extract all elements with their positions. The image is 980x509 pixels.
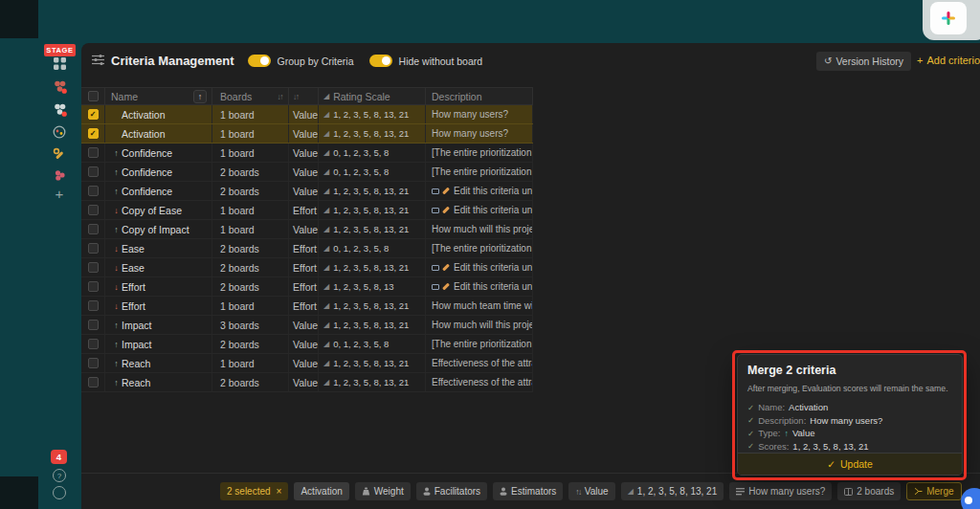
row-checkbox[interactable] bbox=[88, 262, 99, 273]
rating-scale-values: 1, 2, 3, 5, 8, 13, 21 bbox=[333, 300, 409, 311]
check-icon: ✓ bbox=[747, 415, 754, 425]
add-workspace-icon[interactable]: + bbox=[42, 188, 77, 201]
plus-icon: + bbox=[917, 55, 923, 66]
description-text: How much will this projec... bbox=[432, 320, 533, 330]
column-header-name[interactable]: Name ↑ bbox=[105, 88, 212, 104]
table-row[interactable]: ↓ Ease 2 boards Effort ◢ 1, 2, 3, 5, 8, … bbox=[81, 258, 533, 277]
workspace-globe-icon[interactable] bbox=[42, 125, 77, 139]
description-text: How much team time will ... bbox=[432, 300, 533, 311]
column-header-type[interactable]: ↓↑ bbox=[289, 88, 319, 104]
add-criterion-button[interactable]: + Add criterion bbox=[917, 55, 980, 66]
workspace-red-icon[interactable] bbox=[42, 79, 77, 94]
table-row[interactable]: ↓ Effort 1 board Effort ◢ 1, 2, 3, 5, 8,… bbox=[81, 297, 533, 316]
description-text: Effectiveness of the attra... bbox=[432, 358, 533, 368]
select-all-checkbox[interactable] bbox=[88, 91, 99, 101]
criterion-name: Confidence bbox=[122, 186, 172, 197]
criterion-name: Confidence bbox=[122, 147, 172, 159]
type-direction-icon: ↓ bbox=[111, 206, 122, 215]
row-checkbox[interactable] bbox=[88, 205, 99, 215]
rating-scale-values: 0, 1, 2, 3, 5, 8 bbox=[333, 166, 389, 177]
slack-app-icon bbox=[930, 2, 967, 34]
type-sort-icon[interactable]: ↓↑ bbox=[293, 92, 299, 101]
chart-icon: ◢ bbox=[323, 206, 329, 214]
weight-chip[interactable]: Weight bbox=[355, 482, 411, 500]
group-by-criteria-toggle[interactable] bbox=[248, 55, 271, 67]
description-icons bbox=[432, 284, 450, 290]
table-row[interactable]: ↑ Confidence 2 boards Value ◢ 0, 1, 2, 3… bbox=[81, 163, 533, 182]
table-row[interactable]: Activation 1 board Value ◢ 1, 2, 3, 5, 8… bbox=[81, 105, 533, 124]
row-checkbox[interactable] bbox=[88, 243, 99, 254]
selection-toolbar: 2 selected × Activation Weight Facilitat… bbox=[81, 473, 980, 509]
table-row[interactable]: Activation 1 board Value ◢ 1, 2, 3, 5, 8… bbox=[81, 124, 533, 144]
row-checkbox[interactable] bbox=[88, 128, 99, 139]
table-row[interactable]: ↑ Impact 2 boards Value ◢ 0, 1, 2, 3, 5,… bbox=[81, 335, 533, 354]
column-header-rating-scale[interactable]: ◢ Rating Scale bbox=[319, 88, 426, 104]
boards-chip[interactable]: 2 boards bbox=[837, 482, 901, 500]
rating-scale-values: 1, 2, 3, 5, 8, 13, 21 bbox=[333, 358, 409, 368]
chart-icon: ◢ bbox=[323, 340, 329, 348]
chart-icon: ◢ bbox=[323, 263, 329, 272]
dialog-title: Merge 2 criteria bbox=[747, 364, 952, 377]
boards-count: 2 boards bbox=[220, 262, 259, 274]
criterion-name: Activation bbox=[122, 128, 166, 140]
version-history-button[interactable]: ↺ Version History bbox=[816, 52, 911, 71]
row-checkbox[interactable] bbox=[88, 109, 99, 120]
person-icon bbox=[423, 487, 431, 496]
notification-badge[interactable]: 4 bbox=[51, 450, 67, 464]
value-type-chip[interactable]: ↑↓ Value bbox=[568, 482, 614, 500]
table-row[interactable]: ↑ Copy of Impact 1 board Value ◢ 1, 2, 3… bbox=[81, 220, 533, 239]
table-row[interactable]: ↓ Copy of Ease 1 board Effort ◢ 1, 2, 3,… bbox=[81, 201, 533, 220]
browser-profile-dot bbox=[961, 488, 980, 509]
type-direction-icon: ↑ bbox=[111, 167, 122, 177]
table-header: Name ↑ Boards ↓↑ ↓↑ ◢ Rating Scale Descr… bbox=[81, 87, 533, 105]
row-checkbox[interactable] bbox=[88, 147, 99, 158]
merge-field-name: ✓ Name: Activation bbox=[747, 401, 952, 414]
rating-scale-values: 1, 2, 3, 5, 8, 13, 21 bbox=[333, 205, 409, 215]
sort-icons[interactable]: ↓↑ bbox=[278, 92, 283, 101]
workspace-berries-icon[interactable] bbox=[42, 169, 77, 182]
sort-ascending-icon[interactable]: ↑ bbox=[193, 90, 207, 103]
feedback-face-icon[interactable] bbox=[42, 486, 77, 499]
row-checkbox[interactable] bbox=[88, 166, 99, 177]
settings-wrench-icon[interactable] bbox=[42, 147, 77, 161]
rating-scale-chip[interactable]: ◢ 1, 2, 3, 5, 8, 13, 21 bbox=[621, 482, 724, 500]
group-by-criteria-label: Group by Criteria bbox=[278, 55, 354, 67]
chart-icon: ◢ bbox=[323, 301, 329, 310]
workspace-light-icon[interactable] bbox=[42, 102, 77, 117]
table-row[interactable]: ↑ Impact 3 boards Value ◢ 1, 2, 3, 5, 8,… bbox=[81, 316, 533, 335]
estimators-chip[interactable]: Estimators bbox=[493, 482, 563, 500]
help-icon[interactable]: ? bbox=[42, 469, 77, 482]
description-text: Edit this criteria und... bbox=[454, 205, 533, 215]
table-row[interactable]: ↑ Confidence 2 boards Value ◢ 1, 2, 3, 5… bbox=[81, 182, 533, 201]
hide-without-board-toggle[interactable] bbox=[369, 55, 392, 67]
description-chip[interactable]: How many users? bbox=[729, 482, 832, 500]
row-checkbox[interactable] bbox=[88, 320, 99, 330]
merge-button[interactable]: Merge bbox=[906, 482, 961, 500]
table-row[interactable]: ↓ Effort 2 boards Effort ◢ 1, 2, 3, 5, 8… bbox=[81, 277, 533, 297]
table-row[interactable]: ↑ Reach 1 board Value ◢ 1, 2, 3, 5, 8, 1… bbox=[81, 354, 533, 373]
criterion-name: Activation bbox=[122, 109, 166, 121]
row-checkbox[interactable] bbox=[88, 186, 99, 196]
table-row[interactable]: ↑ Confidence 1 board Value ◢ 0, 1, 2, 3,… bbox=[81, 144, 533, 163]
table-row[interactable]: ↓ Ease 2 boards Effort ◢ 0, 1, 2, 3, 5, … bbox=[81, 239, 533, 258]
row-checkbox[interactable] bbox=[88, 300, 99, 311]
clear-selection-icon[interactable]: × bbox=[277, 486, 282, 497]
boards-count: 1 board bbox=[220, 358, 255, 369]
column-header-description[interactable]: Description bbox=[426, 88, 533, 104]
column-header-boards[interactable]: Boards ↓↑ bbox=[212, 88, 289, 104]
row-checkbox[interactable] bbox=[88, 377, 99, 387]
table-row[interactable]: ↑ Reach 2 boards Value ◢ 1, 2, 3, 5, 8, … bbox=[81, 373, 533, 392]
row-checkbox[interactable] bbox=[88, 224, 99, 234]
row-checkbox[interactable] bbox=[88, 339, 99, 349]
selected-count-chip[interactable]: 2 selected × bbox=[220, 482, 288, 500]
facilitators-chip[interactable]: Facilitators bbox=[416, 482, 487, 500]
description-text: Edit this criteria und... bbox=[454, 281, 533, 292]
activation-chip[interactable]: Activation bbox=[294, 482, 348, 500]
weight-icon bbox=[362, 487, 370, 496]
apps-grid-icon[interactable] bbox=[42, 57, 77, 70]
workspace-sidebar: STAGE + 4 ? bbox=[42, 0, 77, 509]
row-checkbox[interactable] bbox=[88, 358, 99, 368]
update-button[interactable]: ✓ Update bbox=[738, 453, 962, 475]
row-checkbox[interactable] bbox=[88, 281, 99, 292]
text-lines-icon bbox=[736, 487, 745, 496]
